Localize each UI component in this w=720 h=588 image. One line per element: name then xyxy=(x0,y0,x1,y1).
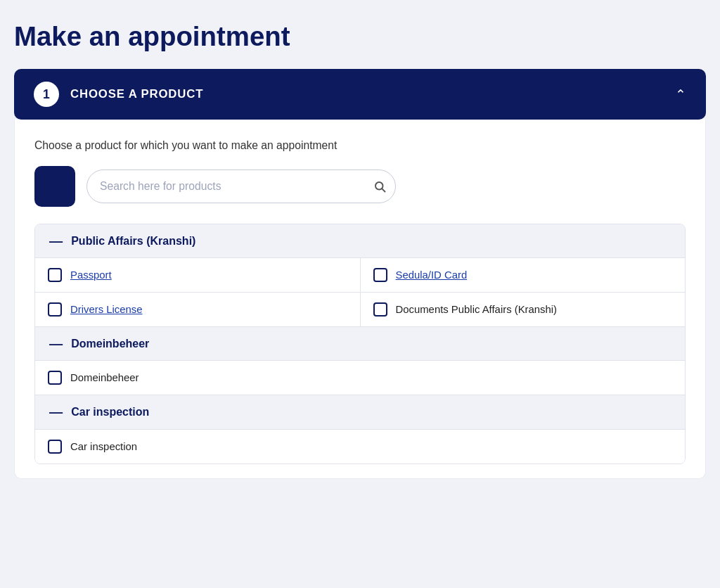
category-name-car-inspection: Car inspection xyxy=(71,406,149,418)
category-header-car-inspection[interactable]: — Car inspection xyxy=(35,395,685,428)
step-1-container: 1 CHOOSE A PRODUCT ⌃ Choose a product fo… xyxy=(14,69,706,479)
checkbox-car-inspection[interactable] xyxy=(48,440,62,454)
search-icon xyxy=(373,180,386,193)
category-header-domeinbeheer[interactable]: — Domeinbeheer xyxy=(35,327,685,360)
item-label-passport[interactable]: Passport xyxy=(70,269,112,281)
list-item: Domeinbeheer xyxy=(35,360,685,395)
item-label-documents-public: Documents Public Affairs (Kranshi) xyxy=(396,304,558,315)
step-title: CHOOSE A PRODUCT xyxy=(70,87,203,101)
search-input[interactable] xyxy=(86,170,396,203)
step-number: 1 xyxy=(34,82,59,107)
collapse-icon-car-inspection: — xyxy=(49,405,63,418)
dark-box-icon xyxy=(34,166,75,207)
list-item: Passport xyxy=(35,258,360,292)
chevron-up-icon[interactable]: ⌃ xyxy=(675,87,686,103)
category-name-public-affairs: Public Affairs (Kranshi) xyxy=(71,235,195,248)
list-item: Sedula/ID Card xyxy=(361,258,686,292)
checkbox-sedula[interactable] xyxy=(373,268,387,282)
checkbox-domeinbeheer[interactable] xyxy=(48,371,62,385)
item-label-car-inspection: Car inspection xyxy=(70,441,137,452)
items-grid-public-affairs: Passport Sedula/ID Card Drivers License … xyxy=(35,257,685,326)
step-header-left: 1 CHOOSE A PRODUCT xyxy=(34,82,203,107)
list-item: Documents Public Affairs (Kranshi) xyxy=(361,293,686,326)
search-input-wrap xyxy=(86,170,396,203)
list-item: Drivers License xyxy=(35,293,360,326)
item-label-sedula[interactable]: Sedula/ID Card xyxy=(396,269,468,281)
item-label-drivers-license[interactable]: Drivers License xyxy=(70,304,143,315)
collapse-icon-public-affairs: — xyxy=(49,234,63,248)
item-label-domeinbeheer: Domeinbeheer xyxy=(70,372,139,383)
step-content: Choose a product for which you want to m… xyxy=(14,120,706,479)
page-title: Make an appointment xyxy=(14,21,706,52)
category-header-public-affairs[interactable]: — Public Affairs (Kranshi) xyxy=(35,224,685,257)
svg-line-1 xyxy=(382,188,385,191)
search-button[interactable] xyxy=(373,180,386,193)
checkbox-drivers-license[interactable] xyxy=(48,302,62,317)
product-list: — Public Affairs (Kranshi) Passport Sedu… xyxy=(34,224,686,464)
checkbox-passport[interactable] xyxy=(48,268,62,282)
list-item: Car inspection xyxy=(35,429,685,464)
checkbox-documents-public[interactable] xyxy=(373,302,387,317)
instruction-text: Choose a product for which you want to m… xyxy=(34,139,686,152)
step-header[interactable]: 1 CHOOSE A PRODUCT ⌃ xyxy=(14,69,706,120)
category-name-domeinbeheer: Domeinbeheer xyxy=(71,338,149,350)
search-row xyxy=(34,166,686,207)
collapse-icon-domeinbeheer: — xyxy=(49,337,63,350)
